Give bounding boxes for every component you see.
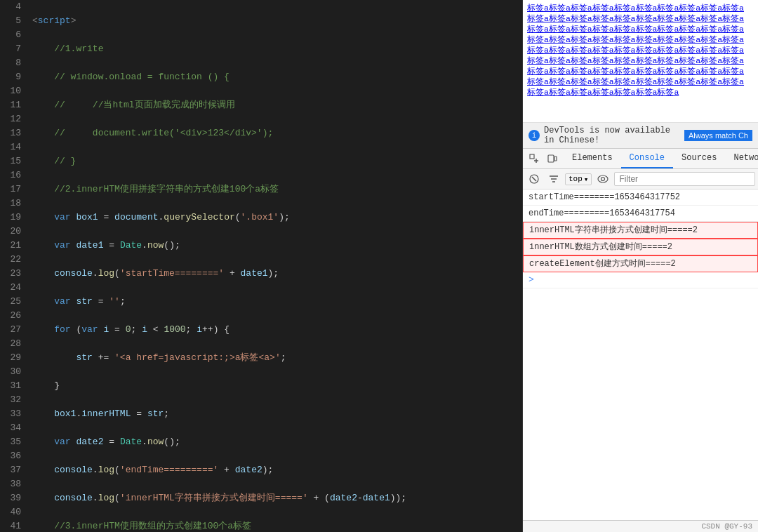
notification-text: DevTools is now available in Chinese!: [544, 126, 680, 145]
level-selector-arrow: ▾: [584, 175, 589, 184]
console-text-5: createElement创建方式时间=====2: [529, 258, 676, 270]
filter-input[interactable]: [614, 172, 755, 186]
console-text-2: endTime=========1653464317754: [528, 207, 675, 220]
console-text-1: startTime========1653464317752: [528, 191, 680, 204]
preview-links: 标签a标签a标签a标签a标签a标签a标签a标签a标签a标签a 标签a标签a标签a…: [527, 3, 754, 98]
console-line-1: startTime========1653464317752: [523, 189, 758, 206]
console-line-5: createElement创建方式时间=====2: [523, 255, 758, 272]
always-match-button[interactable]: Always match Ch: [684, 130, 752, 141]
devtools-panel: 标签a标签a标签a标签a标签a标签a标签a标签a标签a标签a 标签a标签a标签a…: [523, 0, 758, 532]
console-arrow: >: [528, 274, 534, 286]
filter-icon[interactable]: [545, 171, 562, 187]
console-text-4: innerHTML数组方式创建时间=====2: [529, 241, 672, 253]
svg-line-6: [532, 177, 536, 181]
clear-console-button[interactable]: [526, 171, 543, 187]
tab-console[interactable]: Console: [621, 149, 673, 168]
inspect-element-icon[interactable]: [526, 150, 543, 167]
tab-sources[interactable]: Sources: [673, 149, 725, 168]
level-selector-label: top: [568, 175, 583, 183]
devtools-tabs: Elements Console Sources Network »: [523, 149, 758, 169]
code-editor-panel: 4 5 6 7 8 9 10 11 12 13 14 15 16 17 18 1…: [0, 0, 523, 532]
svg-point-10: [598, 175, 608, 182]
devtools-notification: i DevTools is now available in Chinese! …: [523, 123, 758, 149]
console-line-2: endTime=========1653464317754: [523, 206, 758, 222]
tab-network[interactable]: Network: [725, 149, 758, 168]
console-line-4: innerHTML数组方式创建时间=====2: [523, 239, 758, 255]
svg-rect-0: [530, 154, 534, 159]
console-text-3: innerHTML字符串拼接方式创建时间=====2: [529, 224, 698, 237]
console-line-3: innerHTML字符串拼接方式创建时间=====2: [523, 222, 758, 239]
console-output: startTime========1653464317752 endTime==…: [523, 189, 758, 520]
device-toolbar-icon[interactable]: [544, 150, 561, 167]
csdn-badge: CSDN @GY-93: [701, 522, 752, 531]
svg-point-11: [601, 178, 605, 181]
svg-rect-3: [548, 155, 554, 162]
tab-elements[interactable]: Elements: [564, 149, 621, 168]
code-content: <script> //1.write // window.onload = fu…: [27, 0, 522, 532]
preview-area: 标签a标签a标签a标签a标签a标签a标签a标签a标签a标签a 标签a标签a标签a…: [523, 0, 758, 123]
eye-icon[interactable]: [594, 171, 611, 187]
info-icon: i: [528, 130, 540, 141]
console-toolbar: top ▾: [523, 169, 758, 189]
level-selector[interactable]: top ▾: [565, 173, 592, 185]
status-bar: CSDN @GY-93: [523, 520, 758, 532]
line-numbers: 4 5 6 7 8 9 10 11 12 13 14 15 16 17 18 1…: [0, 0, 27, 532]
console-arrow-line: >: [523, 272, 758, 288]
svg-rect-4: [554, 157, 557, 161]
